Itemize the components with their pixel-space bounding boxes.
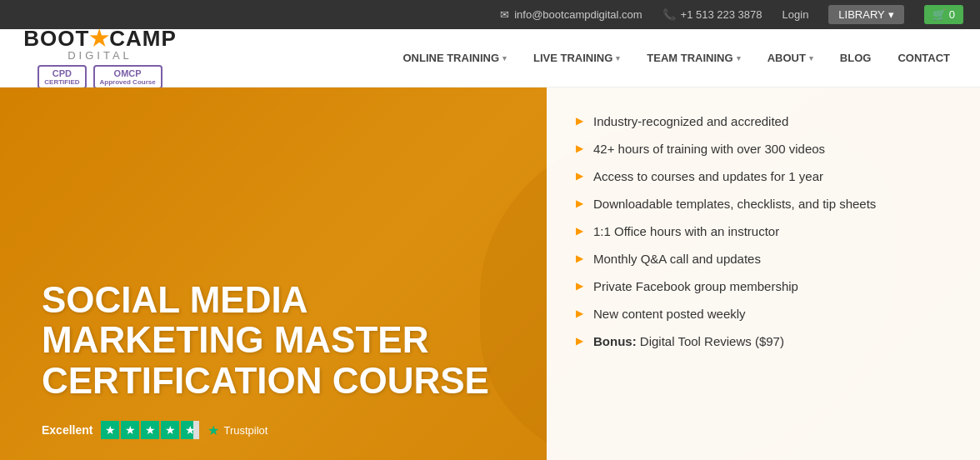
hero-title: SOCIAL MEDIA MARKETING MASTER CERTIFICAT… [42, 280, 513, 401]
logo-subtitle: DIGITAL [68, 49, 132, 62]
bullet-arrow-icon: ▶ [576, 142, 583, 156]
nav-item-online-training[interactable]: ONLINE TRAINING ▾ [389, 32, 520, 84]
nav-item-about[interactable]: ABOUT ▾ [754, 32, 827, 84]
logo-text-b: CAMP [109, 26, 177, 51]
trustpilot-label: ★ Trustpilot [208, 422, 268, 438]
main-nav: ONLINE TRAINING ▾ LIVE TRAINING ▾ TEAM T… [389, 32, 963, 84]
hero-left-content: SOCIAL MEDIA MARKETING MASTER CERTIFICAT… [0, 88, 547, 460]
bullet-arrow-icon: ▶ [576, 169, 583, 183]
phone-contact: 📞 +1 513 223 3878 [662, 8, 762, 21]
nav-item-team-training[interactable]: TEAM TRAINING ▾ [633, 32, 753, 84]
hero-features-card: ▶ Industry-recognized and accredited ▶ 4… [547, 88, 980, 460]
bonus-label: Bonus: [593, 334, 640, 348]
email-icon: ✉ [500, 8, 509, 21]
list-item: ▶ Monthly Q&A call and updates [576, 250, 951, 268]
star-2: ★ [121, 421, 139, 439]
cpd-badge: CPD CERTIFIED [38, 65, 86, 89]
trustpilot-row: Excellent ★ ★ ★ ★ ★ ★ Trustpilot [42, 421, 513, 439]
trustpilot-star-icon: ★ [208, 422, 219, 438]
login-button[interactable]: Login [782, 8, 809, 21]
chevron-down-icon: ▾ [502, 54, 507, 62]
cart-button[interactable]: 🛒 0 [924, 5, 963, 24]
excellent-label: Excellent [42, 423, 92, 437]
bullet-arrow-icon: ▶ [576, 307, 583, 321]
bullet-arrow-icon: ▶ [576, 224, 583, 238]
star-rating: ★ ★ ★ ★ ★ [101, 421, 199, 439]
chevron-down-icon: ▾ [616, 54, 620, 62]
list-item: ▶ Bonus: Digital Tool Reviews ($97) [576, 332, 951, 350]
email-address: info@bootcampdigital.com [514, 8, 642, 21]
list-item: ▶ 1:1 Office hours with an instructor [576, 222, 951, 240]
bullet-arrow-icon: ▶ [576, 279, 583, 293]
cert-badges: CPD CERTIFIED OMCP Approved Course [38, 65, 162, 89]
chevron-down-icon: ▾ [809, 54, 813, 62]
hero-section: SOCIAL MEDIA MARKETING MASTER CERTIFICAT… [0, 88, 980, 460]
bullet-arrow-icon: ▶ [576, 252, 583, 266]
star-4: ★ [161, 421, 179, 439]
list-item: ▶ New content posted weekly [576, 305, 951, 322]
nav-item-blog[interactable]: BLOG [827, 32, 885, 84]
list-item: ▶ Downloadable templates, checklists, an… [576, 195, 951, 212]
star-5-half: ★ [181, 421, 199, 439]
logo-text-a: BOOT [23, 26, 89, 51]
omcp-badge: OMCP Approved Course [93, 65, 162, 89]
nav-item-contact[interactable]: CONTACT [884, 32, 963, 84]
logo[interactable]: BOOT★CAMP [23, 28, 177, 49]
phone-icon: 📞 [662, 8, 676, 21]
email-contact: ✉ info@bootcampdigital.com [500, 8, 642, 21]
logo-star: ★ [89, 26, 109, 51]
list-item: ▶ Industry-recognized and accredited [576, 112, 951, 130]
list-item: ▶ Private Facebook group membership [576, 278, 951, 295]
library-button[interactable]: LIBRARY ▾ [828, 5, 903, 24]
list-item: ▶ 42+ hours of training with over 300 vi… [576, 140, 951, 158]
list-item: ▶ Access to courses and updates for 1 ye… [576, 168, 951, 185]
bullet-arrow-icon: ▶ [576, 114, 583, 128]
bullet-arrow-icon: ▶ [576, 334, 583, 348]
star-1: ★ [101, 421, 119, 439]
feature-list: ▶ Industry-recognized and accredited ▶ 4… [576, 112, 951, 350]
chevron-down-icon: ▾ [737, 54, 741, 62]
star-3: ★ [141, 421, 159, 439]
bullet-arrow-icon: ▶ [576, 197, 583, 211]
nav-item-live-training[interactable]: LIVE TRAINING ▾ [520, 32, 633, 84]
cart-icon: 🛒 [932, 8, 946, 21]
nav-bar: BOOT★CAMP DIGITAL CPD CERTIFIED OMCP App… [0, 29, 980, 88]
logo-area: BOOT★CAMP DIGITAL CPD CERTIFIED OMCP App… [17, 28, 183, 89]
cart-count: 0 [949, 8, 955, 21]
phone-number: +1 513 223 3878 [681, 8, 762, 21]
